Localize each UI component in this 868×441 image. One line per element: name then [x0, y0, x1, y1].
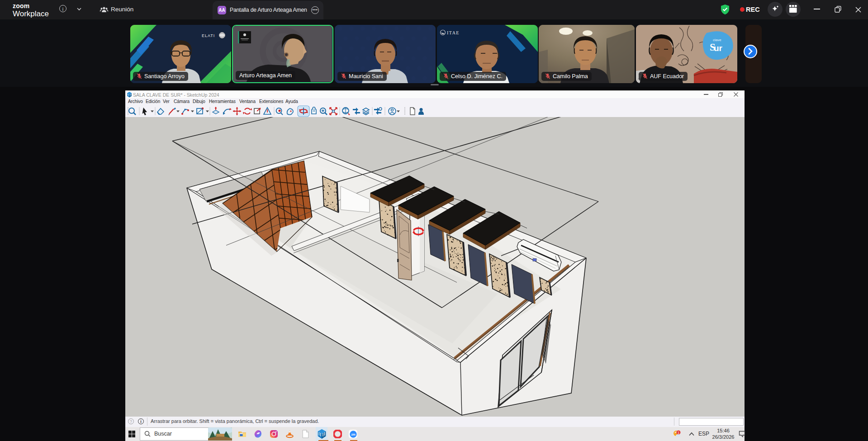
svg-text:clave: clave [713, 38, 721, 42]
svg-text:ELATI: ELATI [202, 33, 215, 38]
svg-text:S: S [710, 42, 716, 53]
svg-text:1: 1 [678, 431, 679, 434]
svg-text:ITAE: ITAE [447, 30, 460, 35]
svg-text:zm: zm [351, 432, 355, 436]
